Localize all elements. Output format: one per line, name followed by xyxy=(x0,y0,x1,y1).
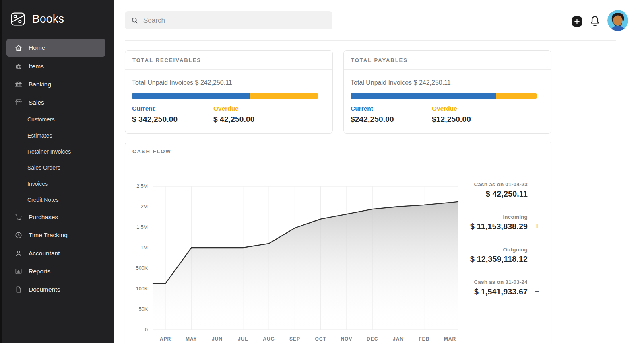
total-receivables-card: TOTAL RECEIVABLES Total Unpaid Invoices … xyxy=(125,50,333,134)
overdue-block: Overdue $ 42,250.00 xyxy=(213,105,295,124)
svg-text:2.5M: 2.5M xyxy=(136,183,148,189)
overdue-block: Overdue $12,250.00 xyxy=(432,105,513,124)
sidebar-item-label: Home xyxy=(29,44,45,51)
overdue-amount: $12,250.00 xyxy=(432,115,513,124)
sidebar-item-label: Accountant xyxy=(29,250,60,257)
summary-item-outgoing: Outgoing $ 12,359,118.12 - xyxy=(447,246,540,264)
clock-icon xyxy=(14,231,23,239)
svg-text:AUG: AUG xyxy=(263,336,275,342)
unpaid-invoices-text: Total Unpaid Invoices $ 242,250.11 xyxy=(351,79,537,86)
payables-progress-bar xyxy=(351,93,537,99)
cash-flow-summary: Cash as on 01-04-23 $ 42,250.11 Incoming… xyxy=(447,181,540,296)
cash-flow-card: CASH FLOW 050K100K500K1M1.5M2M2.5MAPRMAY… xyxy=(125,142,551,343)
svg-text:OCT: OCT xyxy=(315,336,326,342)
topbar xyxy=(114,0,644,41)
sidebar-item-label: Reports xyxy=(29,268,50,275)
card-header: TOTAL PAYABLES xyxy=(344,51,551,70)
basket-icon xyxy=(14,62,23,70)
summary-item-incoming: Incoming $ 11,153,838.29 + xyxy=(447,214,540,231)
svg-text:DEC: DEC xyxy=(367,336,378,342)
svg-text:JUN: JUN xyxy=(212,336,223,342)
sidebar-item-items[interactable]: Items xyxy=(0,57,114,75)
svg-text:SEP: SEP xyxy=(289,336,300,342)
minus-sign: - xyxy=(537,255,539,263)
current-block: Current $ 342,250.00 xyxy=(132,105,213,124)
card-header: CASH FLOW xyxy=(125,142,551,161)
summary-item-closing: Cash as on 31-03-24 $ 1,541,933.67 = xyxy=(447,279,540,296)
current-segment xyxy=(351,93,496,99)
notifications-button[interactable] xyxy=(589,15,601,28)
sidebar-item-reports[interactable]: Reports xyxy=(0,262,114,280)
svg-text:2M: 2M xyxy=(141,204,148,209)
sidebar-item-credit-notes[interactable]: Credit Notes xyxy=(0,192,114,208)
current-segment xyxy=(132,93,250,99)
cash-flow-chart-area: 050K100K500K1M1.5M2M2.5MAPRMAYJUNJULAUGS… xyxy=(125,180,463,343)
cart-icon xyxy=(14,213,23,221)
sidebar-item-sales[interactable]: Sales xyxy=(0,93,114,111)
sidebar-item-label: Time Tracking xyxy=(29,232,68,239)
sidebar-item-label: Items xyxy=(29,63,44,70)
home-icon xyxy=(14,44,23,52)
sidebar-item-estimates[interactable]: Estimates xyxy=(0,127,114,144)
search-input[interactable] xyxy=(143,16,320,25)
sidebar-item-label: Banking xyxy=(29,81,51,88)
plus-icon xyxy=(574,19,580,24)
sidebar-item-invoices[interactable]: Invoices xyxy=(0,176,114,192)
sidebar-item-time-tracking[interactable]: Time Tracking xyxy=(0,226,114,244)
svg-text:MAR: MAR xyxy=(444,336,456,342)
svg-text:50K: 50K xyxy=(139,306,148,312)
books-logo-icon xyxy=(10,10,27,27)
card-title: CASH FLOW xyxy=(132,148,171,154)
overdue-amount: $ 42,250.00 xyxy=(213,115,295,124)
current-amount: $242,250.00 xyxy=(351,115,432,124)
bar-chart-icon xyxy=(14,267,23,275)
sidebar-item-retainer-invoices[interactable]: Retainer Invoices xyxy=(0,144,114,160)
sidebar-item-documents[interactable]: Documents xyxy=(0,280,114,298)
card-body: Total Unpaid Invoices $ 242,250.11 Curre… xyxy=(125,70,332,124)
card-title: TOTAL RECEIVABLES xyxy=(132,57,201,63)
svg-text:1M: 1M xyxy=(141,245,148,251)
sidebar-item-label: Documents xyxy=(29,286,60,293)
sidebar-item-sales-orders[interactable]: Sales Orders xyxy=(0,160,114,176)
document-icon xyxy=(14,285,23,294)
app-logo[interactable]: Books xyxy=(0,0,114,27)
sidebar-item-accountant[interactable]: Accountant xyxy=(0,244,114,262)
svg-text:500K: 500K xyxy=(136,265,148,271)
summary-item-opening: Cash as on 01-04-23 $ 42,250.11 xyxy=(447,181,540,199)
sidebar: Books Home Items xyxy=(0,0,114,343)
svg-text:APR: APR xyxy=(160,336,171,342)
plus-sign: + xyxy=(535,222,539,230)
svg-text:1.5M: 1.5M xyxy=(136,224,148,230)
app-title: Books xyxy=(32,12,64,25)
current-amount: $ 342,250.00 xyxy=(132,115,213,124)
search-box[interactable] xyxy=(125,11,332,29)
add-new-button[interactable] xyxy=(572,16,582,27)
sidebar-item-home[interactable]: Home xyxy=(0,39,114,57)
store-icon xyxy=(14,99,23,107)
search-icon xyxy=(131,16,139,25)
person-icon xyxy=(14,249,23,257)
sidebar-nav: Home Items Banking xyxy=(0,39,114,298)
current-label: Current xyxy=(351,105,432,112)
receivables-progress-bar xyxy=(132,93,318,99)
card-header: TOTAL RECEIVABLES xyxy=(125,51,332,70)
sidebar-item-banking[interactable]: Banking xyxy=(0,75,114,93)
bell-icon xyxy=(589,15,601,27)
sidebar-item-purchases[interactable]: Purchases xyxy=(0,208,114,226)
svg-text:NOV: NOV xyxy=(341,336,352,342)
unpaid-invoices-text: Total Unpaid Invoices $ 242,250.11 xyxy=(132,79,318,86)
active-pill: Home xyxy=(6,39,105,57)
svg-text:0: 0 xyxy=(145,327,148,333)
current-label: Current xyxy=(132,105,213,112)
svg-text:JAN: JAN xyxy=(393,336,404,342)
avatar[interactable] xyxy=(607,10,628,31)
total-payables-card: TOTAL PAYABLES Total Unpaid Invoices $ 2… xyxy=(343,50,551,134)
sidebar-item-customers[interactable]: Customers xyxy=(0,111,114,127)
svg-text:MAY: MAY xyxy=(186,336,197,342)
equals-sign: = xyxy=(535,287,539,295)
sidebar-item-label: Sales xyxy=(29,99,44,106)
svg-text:100K: 100K xyxy=(136,286,148,292)
svg-text:JUL: JUL xyxy=(238,336,248,342)
bank-icon xyxy=(14,80,23,88)
topbar-divider xyxy=(125,40,616,41)
